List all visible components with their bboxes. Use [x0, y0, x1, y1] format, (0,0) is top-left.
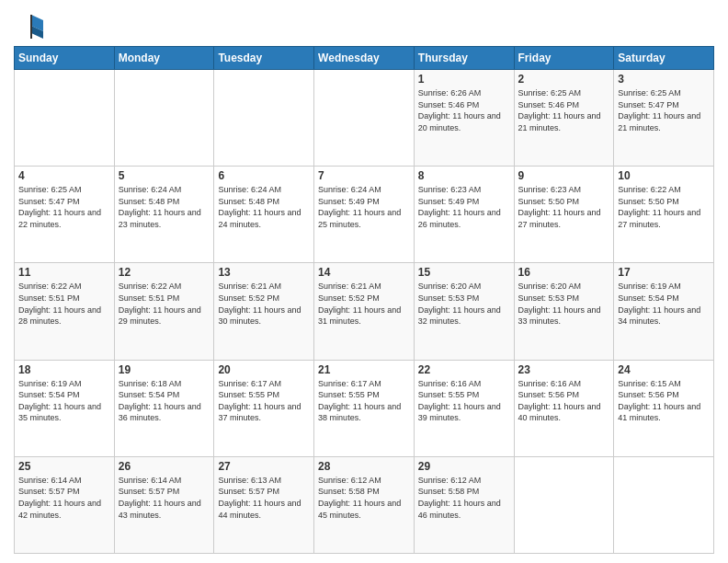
day-info: Sunrise: 6:25 AM Sunset: 5:47 PM Dayligh…	[18, 184, 110, 230]
table-row: 13Sunrise: 6:21 AM Sunset: 5:52 PM Dayli…	[214, 263, 314, 360]
day-info: Sunrise: 6:24 AM Sunset: 5:49 PM Dayligh…	[318, 184, 410, 230]
day-number: 9	[518, 169, 610, 182]
table-row: 19Sunrise: 6:18 AM Sunset: 5:54 PM Dayli…	[114, 360, 214, 456]
day-info: Sunrise: 6:14 AM Sunset: 5:57 PM Dayligh…	[18, 475, 110, 521]
header-monday: Monday	[114, 47, 214, 70]
table-row: 7Sunrise: 6:24 AM Sunset: 5:49 PM Daylig…	[314, 167, 415, 263]
day-number: 23	[518, 363, 610, 376]
day-number: 13	[218, 266, 310, 279]
calendar-header-row: Sunday Monday Tuesday Wednesday Thursday…	[15, 47, 714, 70]
day-number: 29	[418, 460, 510, 473]
day-number: 14	[318, 266, 410, 279]
table-row	[15, 70, 115, 167]
day-number: 24	[618, 363, 710, 376]
table-row	[314, 70, 415, 167]
table-row	[214, 70, 314, 167]
table-row: 20Sunrise: 6:17 AM Sunset: 5:55 PM Dayli…	[214, 360, 314, 456]
day-info: Sunrise: 6:25 AM Sunset: 5:46 PM Dayligh…	[518, 87, 610, 133]
day-number: 25	[18, 460, 110, 473]
table-row: 12Sunrise: 6:22 AM Sunset: 5:51 PM Dayli…	[114, 263, 214, 360]
day-number: 5	[119, 169, 210, 182]
day-info: Sunrise: 6:24 AM Sunset: 5:48 PM Dayligh…	[119, 184, 210, 230]
table-row: 15Sunrise: 6:20 AM Sunset: 5:53 PM Dayli…	[414, 263, 514, 360]
table-row: 6Sunrise: 6:24 AM Sunset: 5:48 PM Daylig…	[214, 167, 314, 263]
table-row: 2Sunrise: 6:25 AM Sunset: 5:46 PM Daylig…	[514, 70, 614, 167]
day-info: Sunrise: 6:17 AM Sunset: 5:55 PM Dayligh…	[218, 378, 310, 424]
day-info: Sunrise: 6:13 AM Sunset: 5:57 PM Dayligh…	[218, 475, 310, 521]
day-info: Sunrise: 6:14 AM Sunset: 5:57 PM Dayligh…	[119, 475, 210, 521]
table-row	[114, 70, 214, 167]
header-wednesday: Wednesday	[314, 47, 415, 70]
table-row: 10Sunrise: 6:22 AM Sunset: 5:50 PM Dayli…	[614, 167, 714, 263]
day-info: Sunrise: 6:12 AM Sunset: 5:58 PM Dayligh…	[318, 475, 410, 521]
day-number: 27	[218, 460, 310, 473]
day-info: Sunrise: 6:22 AM Sunset: 5:50 PM Dayligh…	[618, 184, 710, 230]
day-info: Sunrise: 6:24 AM Sunset: 5:48 PM Dayligh…	[218, 184, 310, 230]
table-row: 14Sunrise: 6:21 AM Sunset: 5:52 PM Dayli…	[314, 263, 415, 360]
table-row	[514, 456, 614, 553]
day-info: Sunrise: 6:16 AM Sunset: 5:56 PM Dayligh…	[518, 378, 610, 424]
day-number: 28	[318, 460, 410, 473]
day-number: 10	[618, 169, 710, 182]
calendar-week-row: 25Sunrise: 6:14 AM Sunset: 5:57 PM Dayli…	[15, 456, 714, 553]
day-info: Sunrise: 6:15 AM Sunset: 5:56 PM Dayligh…	[618, 378, 710, 424]
table-row: 18Sunrise: 6:19 AM Sunset: 5:54 PM Dayli…	[15, 360, 115, 456]
day-info: Sunrise: 6:19 AM Sunset: 5:54 PM Dayligh…	[18, 378, 110, 424]
table-row: 23Sunrise: 6:16 AM Sunset: 5:56 PM Dayli…	[514, 360, 614, 456]
table-row: 16Sunrise: 6:20 AM Sunset: 5:53 PM Dayli…	[514, 263, 614, 360]
day-number: 3	[618, 73, 710, 86]
calendar-week-row: 4Sunrise: 6:25 AM Sunset: 5:47 PM Daylig…	[15, 167, 714, 263]
day-info: Sunrise: 6:18 AM Sunset: 5:54 PM Dayligh…	[119, 378, 210, 424]
day-number: 7	[318, 169, 410, 182]
day-info: Sunrise: 6:21 AM Sunset: 5:52 PM Dayligh…	[218, 281, 310, 327]
day-info: Sunrise: 6:25 AM Sunset: 5:47 PM Dayligh…	[618, 87, 710, 133]
calendar-week-row: 11Sunrise: 6:22 AM Sunset: 5:51 PM Dayli…	[15, 263, 714, 360]
day-number: 18	[18, 363, 110, 376]
table-row: 27Sunrise: 6:13 AM Sunset: 5:57 PM Dayli…	[214, 456, 314, 553]
header-friday: Friday	[514, 47, 614, 70]
day-number: 19	[119, 363, 210, 376]
table-row: 1Sunrise: 6:26 AM Sunset: 5:46 PM Daylig…	[414, 70, 514, 167]
day-number: 26	[119, 460, 210, 473]
table-row: 26Sunrise: 6:14 AM Sunset: 5:57 PM Dayli…	[114, 456, 214, 553]
header	[14, 9, 714, 40]
header-saturday: Saturday	[614, 47, 714, 70]
day-number: 1	[418, 73, 510, 86]
day-info: Sunrise: 6:20 AM Sunset: 5:53 PM Dayligh…	[518, 281, 610, 327]
table-row: 17Sunrise: 6:19 AM Sunset: 5:54 PM Dayli…	[614, 263, 714, 360]
day-info: Sunrise: 6:20 AM Sunset: 5:53 PM Dayligh…	[418, 281, 510, 327]
day-number: 17	[618, 266, 710, 279]
day-number: 15	[418, 266, 510, 279]
header-tuesday: Tuesday	[214, 47, 314, 70]
day-info: Sunrise: 6:22 AM Sunset: 5:51 PM Dayligh…	[119, 281, 210, 327]
day-info: Sunrise: 6:23 AM Sunset: 5:50 PM Dayligh…	[518, 184, 610, 230]
day-number: 6	[218, 169, 310, 182]
calendar-table: Sunday Monday Tuesday Wednesday Thursday…	[14, 46, 714, 554]
table-row: 9Sunrise: 6:23 AM Sunset: 5:50 PM Daylig…	[514, 167, 614, 263]
day-number: 12	[119, 266, 210, 279]
day-number: 11	[18, 266, 110, 279]
day-number: 8	[418, 169, 510, 182]
table-row: 25Sunrise: 6:14 AM Sunset: 5:57 PM Dayli…	[15, 456, 115, 553]
day-info: Sunrise: 6:16 AM Sunset: 5:55 PM Dayligh…	[418, 378, 510, 424]
logo-flag-icon	[17, 13, 45, 40]
calendar-week-row: 1Sunrise: 6:26 AM Sunset: 5:46 PM Daylig…	[15, 70, 714, 167]
day-number: 21	[318, 363, 410, 376]
table-row: 29Sunrise: 6:12 AM Sunset: 5:58 PM Dayli…	[414, 456, 514, 553]
table-row: 22Sunrise: 6:16 AM Sunset: 5:55 PM Dayli…	[414, 360, 514, 456]
table-row: 24Sunrise: 6:15 AM Sunset: 5:56 PM Dayli…	[614, 360, 714, 456]
table-row: 11Sunrise: 6:22 AM Sunset: 5:51 PM Dayli…	[15, 263, 115, 360]
table-row	[614, 456, 714, 553]
day-info: Sunrise: 6:26 AM Sunset: 5:46 PM Dayligh…	[418, 87, 510, 133]
table-row: 21Sunrise: 6:17 AM Sunset: 5:55 PM Dayli…	[314, 360, 415, 456]
table-row: 28Sunrise: 6:12 AM Sunset: 5:58 PM Dayli…	[314, 456, 415, 553]
day-info: Sunrise: 6:19 AM Sunset: 5:54 PM Dayligh…	[618, 281, 710, 327]
day-info: Sunrise: 6:17 AM Sunset: 5:55 PM Dayligh…	[318, 378, 410, 424]
calendar-week-row: 18Sunrise: 6:19 AM Sunset: 5:54 PM Dayli…	[15, 360, 714, 456]
day-number: 20	[218, 363, 310, 376]
table-row: 8Sunrise: 6:23 AM Sunset: 5:49 PM Daylig…	[414, 167, 514, 263]
day-info: Sunrise: 6:12 AM Sunset: 5:58 PM Dayligh…	[418, 475, 510, 521]
header-thursday: Thursday	[414, 47, 514, 70]
day-number: 16	[518, 266, 610, 279]
logo	[14, 13, 45, 40]
